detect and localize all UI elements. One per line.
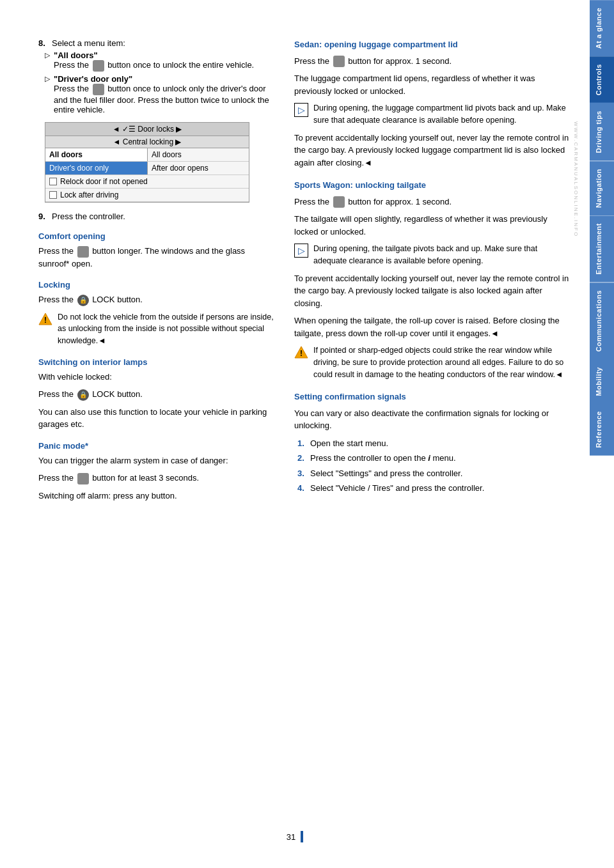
step-9-number: 9. (38, 212, 49, 221)
note-arrow-sedan: ▷ (294, 103, 308, 117)
central-locking-text: ◄ Central locking ▶ (113, 137, 182, 146)
sidebar-label-communications: Communications (595, 290, 602, 352)
sports-wagon-note-box: ▷ During opening, the tailgate pivots ba… (294, 243, 571, 267)
sidebar-label-controls: Controls (595, 64, 602, 95)
lock-after-driving-row: Lock after driving (45, 189, 249, 202)
sedan-text3: To prevent accidentally locking yourself… (294, 132, 571, 169)
locking-warning-text: Do not lock the vehicle from the outside… (58, 311, 275, 347)
interior-lamps-title: Switching on interior lamps (38, 357, 275, 367)
lock-icon-inline: 🔒 (77, 295, 89, 306)
sports-wagon-text3: To prevent accidentally locking yourself… (294, 272, 571, 310)
sedan-title: Sedan: opening luggage compartment lid (294, 38, 571, 51)
key-icon-sports (333, 196, 345, 208)
all-doors-text: Press the button once to unlock the enti… (54, 60, 254, 70)
relock-checkbox-row: Relock door if not opened (45, 175, 249, 189)
sidebar-tab-controls[interactable]: Controls (590, 56, 614, 103)
conf-step-1-text: Open the start menu. (310, 437, 388, 450)
warning-triangle-1: ! (38, 312, 52, 326)
sidebar-tab-driving-tips[interactable]: Driving tips (590, 103, 614, 161)
all-doors-left: All doors (45, 148, 148, 161)
relock-checkbox (49, 178, 57, 185)
all-doors-right-text: All doors (152, 150, 182, 159)
step-8-number: 8. (38, 38, 49, 48)
key-icon-1 (93, 60, 104, 72)
panic-mode-title: Panic mode* (38, 441, 275, 451)
conf-step-1-num: 1. (297, 437, 310, 450)
door-locks-header-text: ◄ ✓☰ Door locks ▶ (113, 125, 182, 134)
interior-lamps-text3: You can also use this function to locate… (38, 406, 275, 431)
panic-text3: Switching off alarm: press any button. (38, 490, 275, 502)
sports-wagon-text4: When opening the tailgate, the roll-up c… (294, 314, 571, 339)
relock-label: Relock door if not opened (60, 177, 148, 186)
confirmation-text1: You can vary or also deactivate the conf… (294, 407, 571, 432)
sports-wagon-text2: The tailgate will open slightly, regardl… (294, 213, 571, 238)
svg-text:!: ! (300, 349, 303, 358)
sedan-text1: Press the button for approx. 1 second. (294, 55, 571, 68)
page-number: 31 (287, 832, 295, 842)
door-locks-row-1: All doors All doors (45, 148, 249, 162)
conf-step-4: 4. Select "Vehicle / Tires" and press th… (297, 482, 571, 495)
conf-step-3-num: 3. (297, 467, 310, 480)
key-icon-sedan (333, 56, 345, 67)
bullet-content-2: "Driver's door only" Press the button on… (54, 74, 275, 114)
page-container: 8. Select a menu item: ▷ "All doors" Pre… (0, 0, 614, 868)
key-icon-comfort (77, 246, 89, 258)
i-menu-icon: i (428, 453, 430, 463)
comfort-opening-text: Press the button longer. The windows and… (38, 245, 275, 270)
panic-text1: You can trigger the alarm system in case… (38, 454, 275, 467)
door-locks-row-2: Driver's door only After door opens (45, 162, 249, 175)
interior-lamps-text1: With vehicle locked: (38, 371, 275, 384)
bullet-all-doors: ▷ "All doors" Press the button once to u… (45, 50, 275, 72)
lock-icon-inline-2: 🔒 (77, 389, 89, 401)
drivers-door-title: "Driver's door only" (54, 74, 132, 84)
panic-text2: Press the button for at least 3 seconds. (38, 472, 275, 484)
step-9: 9. Press the controller. (38, 212, 275, 221)
interior-lamps-text2: Press the 🔒 LOCK button. (38, 388, 275, 401)
conf-step-2-text: Press the controller to open the i menu. (310, 452, 456, 465)
sports-wagon-title: Sports Wagon: unlocking tailgate (294, 179, 571, 192)
sidebar-tab-reference[interactable]: Reference (590, 403, 614, 456)
comfort-opening-title: Comfort opening (38, 231, 275, 241)
sidebar-label-reference: Reference (595, 411, 602, 448)
step-9-label: Press the controller. (52, 212, 125, 221)
conf-step-3-text: Select "Settings" and press the controll… (310, 467, 462, 480)
all-doors-title: "All doors" (54, 50, 98, 60)
sidebar-tab-entertainment[interactable]: Entertainment (590, 215, 614, 282)
confirmation-steps-list: 1. Open the start menu. 2. Press the con… (297, 437, 571, 495)
note-arrow-sports: ▷ (294, 244, 308, 258)
conf-step-2-num: 2. (297, 452, 310, 465)
sidebar-label-entertainment: Entertainment (595, 223, 602, 274)
bullet-drivers-door: ▷ "Driver's door only" Press the button … (45, 74, 275, 114)
sports-wagon-text1: Press the button for approx. 1 second. (294, 196, 571, 208)
conf-step-1: 1. Open the start menu. (297, 437, 571, 450)
key-icon-2 (93, 84, 104, 95)
drivers-door-option: Driver's door only (49, 164, 109, 173)
conf-step-4-text: Select "Vehicle / Tires" and press the c… (310, 482, 484, 495)
sidebar-tab-communications[interactable]: Communications (590, 283, 614, 359)
door-locks-header: ◄ ✓☰ Door locks ▶ (45, 123, 249, 136)
watermark: WWW.CARMANUALSONLINE.INFO (573, 121, 579, 237)
locking-warning-box: ! Do not lock the vehicle from the outsi… (38, 311, 275, 347)
conf-step-2: 2. Press the controller to open the i me… (297, 452, 571, 465)
sidebar-tab-navigation[interactable]: Navigation (590, 161, 614, 215)
sports-wagon-note-text: During opening, the tailgate pivots back… (313, 243, 571, 267)
lock-after-checkbox (49, 191, 57, 199)
conf-step-3: 3. Select "Settings" and press the contr… (297, 467, 571, 480)
sidebar-label-at-glance: At a glance (595, 8, 602, 49)
sidebar-tab-at-glance[interactable]: At a glance (590, 0, 614, 56)
bullet-arrow-2: ▷ (45, 75, 50, 114)
conf-step-4-num: 4. (297, 482, 310, 495)
sidebar-tab-mobility[interactable]: Mobility (590, 359, 614, 404)
locking-text: Press the 🔒 LOCK button. (38, 293, 275, 306)
main-content: 8. Select a menu item: ▷ "All doors" Pre… (0, 0, 590, 868)
door-locks-sub-header: ◄ Central locking ▶ (45, 136, 249, 148)
bullet-content-1: "All doors" Press the button once to unl… (54, 50, 275, 72)
left-column: 8. Select a menu item: ▷ "All doors" Pre… (38, 38, 275, 830)
sidebar-label-mobility: Mobility (595, 367, 602, 396)
sports-wagon-warning-text: If pointed or sharp-edged objects could … (313, 345, 571, 380)
lock-after-label: Lock after driving (60, 190, 118, 199)
right-column: Sedan: opening luggage compartment lid P… (294, 38, 571, 830)
sports-wagon-warning-box: ! If pointed or sharp-edged objects coul… (294, 345, 571, 380)
door-locks-panel: ◄ ✓☰ Door locks ▶ ◄ Central locking ▶ Al… (45, 122, 249, 203)
key-icon-panic (77, 473, 89, 484)
